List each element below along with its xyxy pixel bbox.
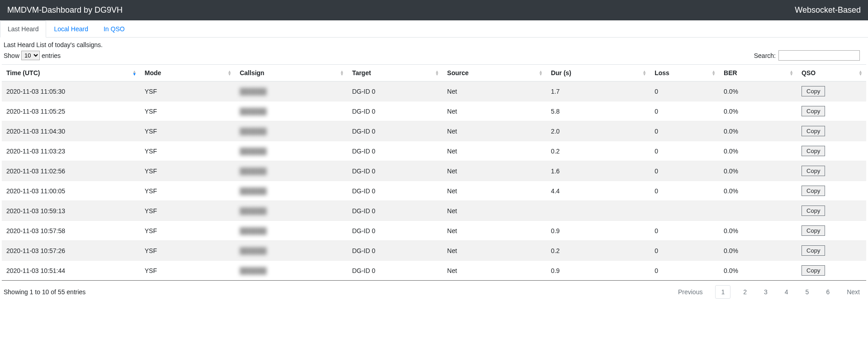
cell-source: Net [443,221,546,241]
col-callsign[interactable]: Callsign▲▼ [235,65,347,81]
cell-ber: 0.0% [719,141,797,161]
cell-qso: Copy [797,161,866,181]
cell-dur: 0.2 [546,141,650,161]
page-1[interactable]: 1 [715,285,730,299]
sort-icon: ▲▼ [228,70,232,76]
cell-time: 2020-11-03 10:57:26 [2,241,140,261]
cell-target: DG-ID 0 [347,201,442,221]
cell-time: 2020-11-03 10:59:13 [2,201,140,221]
cell-dur [546,201,650,221]
page-3[interactable]: 3 [759,286,772,298]
cell-time: 2020-11-03 11:03:23 [2,141,140,161]
page-previous[interactable]: Previous [674,286,707,298]
table-row: 2020-11-03 10:51:44YSF██████DG-ID 0Net0.… [2,261,866,281]
cell-qso: Copy [797,261,866,281]
sort-icon: ▲▼ [539,70,543,76]
copy-button[interactable]: Copy [802,245,825,256]
page-4[interactable]: 4 [780,286,793,298]
col-dur[interactable]: Dur (s)▲▼ [546,65,650,81]
cell-ber: 0.0% [719,241,797,261]
copy-button[interactable]: Copy [802,146,825,156]
page-6[interactable]: 6 [821,286,834,298]
cell-ber: 0.0% [719,261,797,281]
col-time[interactable]: Time (UTC)▲▼ [2,65,140,81]
cell-dur: 0.2 [546,241,650,261]
sort-icon: ▲▼ [642,70,646,76]
copy-button[interactable]: Copy [802,126,825,136]
table-row: 2020-11-03 10:57:58YSF██████DG-ID 0Net0.… [2,221,866,241]
sort-icon: ▲▼ [133,70,137,76]
col-loss[interactable]: Loss▲▼ [650,65,719,81]
cell-mode: YSF [140,201,235,221]
cell-loss: 0 [650,81,719,101]
cell-loss: 0 [650,161,719,181]
pagination: Previous 1 2 3 4 5 6 Next [674,285,864,299]
page-5[interactable]: 5 [801,286,814,298]
copy-button[interactable]: Copy [802,265,825,276]
col-source[interactable]: Source▲▼ [443,65,546,81]
table-info: Showing 1 to 10 of 55 entries [4,288,85,296]
app-title: MMDVM-Dashboard by DG9VH [7,5,123,15]
cell-source: Net [443,201,546,221]
search-input[interactable] [778,50,860,61]
page-next[interactable]: Next [842,286,864,298]
cell-mode: YSF [140,141,235,161]
cell-loss: 0 [650,241,719,261]
cell-time: 2020-11-03 11:05:25 [2,101,140,121]
cell-mode: YSF [140,121,235,141]
cell-mode: YSF [140,181,235,201]
tab-last-heard[interactable]: Last Heard [0,20,46,38]
tab-in-qso[interactable]: In QSO [96,20,133,37]
tabs: Last Heard Local Heard In QSO [0,20,868,38]
cell-source: Net [443,141,546,161]
search-label: Search: [754,52,776,59]
copy-button[interactable]: Copy [802,225,825,236]
page-subheader: Last Heard List of today's callsigns. [4,41,864,48]
last-heard-table: Time (UTC)▲▼ Mode▲▼ Callsign▲▼ Target▲▼ … [2,64,866,280]
table-row: 2020-11-03 11:05:25YSF██████DG-ID 0Net5.… [2,101,866,121]
cell-dur: 5.8 [546,101,650,121]
copy-button[interactable]: Copy [802,186,825,196]
cell-source: Net [443,241,546,261]
col-mode[interactable]: Mode▲▼ [140,65,235,81]
cell-source: Net [443,121,546,141]
cell-source: Net [443,101,546,121]
cell-qso: Copy [797,101,866,121]
cell-loss: 0 [650,261,719,281]
cell-source: Net [443,261,546,281]
sort-icon: ▲▼ [340,70,344,76]
cell-loss: 0 [650,221,719,241]
length-select[interactable]: 10 [21,51,40,60]
cell-loss: 0 [650,141,719,161]
cell-qso: Copy [797,181,866,201]
cell-time: 2020-11-03 10:51:44 [2,261,140,281]
col-target[interactable]: Target▲▼ [347,65,442,81]
cell-callsign: ██████ [235,81,347,101]
copy-button[interactable]: Copy [802,166,825,176]
cell-qso: Copy [797,121,866,141]
cell-target: DG-ID 0 [347,261,442,281]
length-entries-label: entries [42,52,61,59]
cell-ber [719,201,797,221]
page-2[interactable]: 2 [739,286,751,298]
copy-button[interactable]: Copy [802,106,825,116]
cell-callsign: ██████ [235,101,347,121]
cell-mode: YSF [140,241,235,261]
col-qso[interactable]: QSO▲▼ [797,65,866,81]
table-row: 2020-11-03 10:59:13YSF██████DG-ID 0NetCo… [2,201,866,221]
copy-button[interactable]: Copy [802,86,825,96]
table-row: 2020-11-03 11:02:56YSF██████DG-ID 0Net1.… [2,161,866,181]
length-show-label: Show [4,52,19,59]
cell-ber: 0.0% [719,121,797,141]
copy-button[interactable]: Copy [802,206,825,216]
tab-local-heard[interactable]: Local Heard [46,20,96,37]
cell-mode: YSF [140,261,235,281]
cell-callsign: ██████ [235,181,347,201]
cell-loss: 0 [650,181,719,201]
cell-dur: 0.9 [546,221,650,241]
cell-target: DG-ID 0 [347,101,442,121]
cell-ber: 0.0% [719,101,797,121]
cell-mode: YSF [140,221,235,241]
cell-ber: 0.0% [719,161,797,181]
col-ber[interactable]: BER▲▼ [719,65,797,81]
